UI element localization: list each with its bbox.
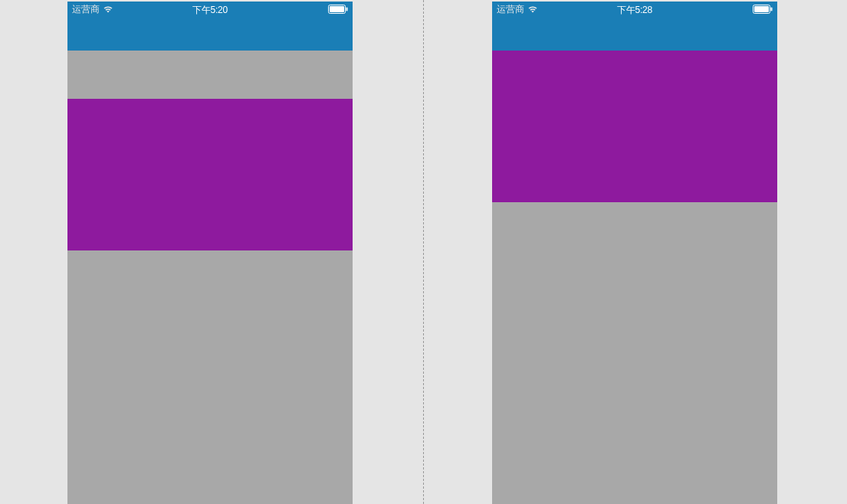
status-bar: 运营商 下午5:20 <box>67 2 353 51</box>
svg-rect-5 <box>771 8 773 11</box>
wifi-icon <box>103 5 113 13</box>
svg-rect-1 <box>330 6 344 12</box>
carrier-label: 运营商 <box>497 3 524 16</box>
svg-rect-2 <box>346 8 348 11</box>
clock-label: 下午5:28 <box>617 4 652 17</box>
clock-label: 下午5:20 <box>192 4 228 17</box>
battery-icon <box>328 5 348 14</box>
purple-view <box>492 51 777 202</box>
content-area <box>67 51 353 504</box>
phone-screen-right: 运营商 下午5:28 <box>492 2 777 504</box>
purple-view <box>67 99 353 250</box>
battery-icon <box>753 5 773 14</box>
phone-screen-left: 运营商 下午5:20 <box>67 2 353 504</box>
wifi-icon <box>527 5 538 13</box>
content-area <box>492 51 777 504</box>
carrier-label: 运营商 <box>72 3 100 16</box>
status-bar: 运营商 下午5:28 <box>492 2 777 51</box>
svg-rect-4 <box>754 6 769 12</box>
vertical-divider <box>423 0 424 504</box>
